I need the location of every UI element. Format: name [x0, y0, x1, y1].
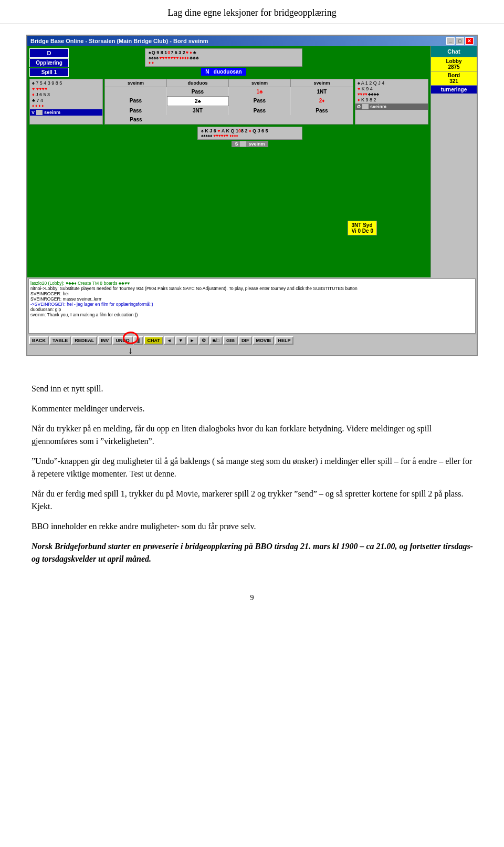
west-hand: ♠ 7 5 4 3 9 8 5 ♥ ♥♥♥♥ ♦ J 6 5 3 ♣ 7 4 ♦…: [29, 79, 103, 125]
east-hand: ♠ A 1 2 Q J 4 ♥ K 9 4 ♥♥♥♥♣♣♣♣ ♦ K 9 8 2…: [355, 79, 428, 125]
page-title: Lag dine egne leksjoner for bridgeopplær…: [0, 0, 504, 24]
bid-header-4: sveinm: [291, 79, 353, 87]
bid-header-3: sveinm: [229, 79, 291, 87]
gib-button[interactable]: GIB: [223, 336, 238, 345]
redeal-button[interactable]: REDEAL: [71, 336, 97, 345]
arrow-annotation: ↓: [27, 346, 477, 355]
help-button[interactable]: HELP: [275, 336, 293, 345]
toolbar: BACK TABLE REDEAL INV UNDO ||| CHAT ◄ ▼ …: [27, 335, 477, 346]
title-text: Lag dine egne leksjoner for bridgeopplær…: [167, 7, 336, 18]
text-content: Send inn et nytt spill. Kommenter meldin…: [0, 372, 504, 583]
bid-pass-7: Pass: [105, 115, 167, 124]
paragraph-1: Send inn et nytt spill.: [32, 383, 475, 395]
paragraph-3: Når du trykker på en melding, får du opp…: [32, 422, 475, 448]
chat-line-3: SVEINROGER: hei: [30, 291, 474, 296]
paragraph-7: Norsk Bridgeforbund starter en prøveseri…: [32, 540, 475, 565]
south-area: ♠ K J 6 ♥ A K Q 108 2 ♦ Q J 6 5 ♠♠♠♠♠ ♥♥…: [71, 127, 428, 147]
bid-pass-5: Pass: [229, 106, 291, 115]
bid-header-2: duoduos: [167, 79, 229, 87]
toolbar-container: BACK TABLE REDEAL INV UNDO ||| CHAT ◄ ▼ …: [27, 335, 477, 346]
chat-line-7: sveinm: Thank you, I am making a film fo…: [30, 312, 474, 317]
bid-3nt: 3NT: [167, 106, 229, 115]
right-panel: Chat Lobby 2875 Bord 321 turneringe: [430, 46, 477, 277]
movie-button[interactable]: MOVIE: [253, 336, 274, 345]
game-board: D Opplæring Spill 1 ♠Q 9 8 107 6 3 2 ♥ ♦…: [27, 46, 430, 277]
north-player-label: N duoduosan: [201, 68, 246, 76]
north-cards: ♠Q 9 8 107 6 3 2 ♥ ♦ ♣ ♠♠♠♠ ♥♥♥♥♥♥♥ ♦♦♦♦…: [145, 48, 302, 67]
chat-line-5: ->SVEINROGER: hei - jeg lager en film fo…: [30, 302, 474, 307]
page-number: 9: [250, 594, 254, 602]
left-arrow-button[interactable]: ◄: [164, 336, 175, 345]
back-button[interactable]: BACK: [29, 336, 49, 345]
opplaering-box: D Opplæring Spill 1: [29, 48, 69, 77]
chat-log: laszlo20 (Lobby): ♥♣♣♦ Create TM 8 board…: [28, 278, 476, 334]
turneringe-box: turneringe: [431, 86, 477, 94]
bid-pass-2: Pass: [105, 96, 167, 106]
window-title: Bridge Base Online - Storsalen (Main Bri…: [30, 38, 208, 44]
chat-toolbar-button[interactable]: CHAT: [144, 336, 163, 345]
d-marker: D: [29, 48, 69, 58]
chat-line-4: SVEINROGER: masse sveiner..lerrr: [30, 296, 474, 302]
bid-2club: 2♣: [167, 96, 229, 106]
bid-pass-1: Pass: [167, 87, 229, 96]
north-area: ♠Q 9 8 107 6 3 2 ♥ ♦ ♣ ♠♠♠♠ ♥♥♥♥♥♥♥ ♦♦♦♦…: [71, 48, 376, 76]
middle-row: ♠ 7 5 4 3 9 8 5 ♥ ♥♥♥♥ ♦ J 6 5 3 ♣ 7 4 ♦…: [29, 79, 428, 125]
lobby-box: Lobby 2875: [431, 57, 477, 71]
bid-header-1: sveinm: [105, 79, 167, 87]
bid-2diamond: 2♦: [291, 96, 353, 106]
iii-button[interactable]: |||: [133, 336, 144, 345]
paragraph-2: Kommenter meldinger underveis.: [32, 402, 475, 415]
close-button[interactable]: ✕: [465, 37, 474, 45]
bid-1club: 1♣: [229, 87, 291, 96]
down-arrow-button[interactable]: ▼: [175, 336, 186, 345]
undo-button[interactable]: UNDO: [112, 336, 133, 345]
bid-pass-6: Pass: [291, 106, 353, 115]
south-cards: ♠ K J 6 ♥ A K Q 108 2 ♦ Q J 6 5 ♠♠♠♠♠ ♥♥…: [197, 127, 302, 140]
table-button[interactable]: TABLE: [49, 336, 71, 345]
window-titlebar: Bridge Base Online - Storsalen (Main Bri…: [27, 36, 477, 46]
chat-line-2: nitnoi->Lobby: Substitute players needed…: [30, 286, 474, 291]
down-arrow-icon: ↓: [128, 346, 133, 355]
minimize-button[interactable]: _: [446, 37, 455, 45]
bid-pass-4: Pass: [105, 106, 167, 115]
paragraph-6: BBO inneholder en rekke andre muligheter…: [32, 520, 475, 533]
bid-1nt: 1NT: [291, 87, 353, 96]
paragraph-5: Når du er ferdig med spill 1, trykker du…: [32, 488, 475, 513]
toggle-button[interactable]: ■/□: [209, 336, 223, 345]
bord-box: Bord 321: [431, 71, 477, 86]
south-player-label: S sveinm: [232, 141, 268, 147]
bbo-screenshot: Bridge Base Online - Storsalen (Main Bri…: [26, 35, 478, 356]
bid-pass-3: Pass: [229, 96, 291, 106]
chat-line-6: duoduosan: glp: [30, 307, 474, 312]
chat-line-1: laszlo20 (Lobby): ♥♣♣♦ Create TM 8 board…: [30, 281, 474, 286]
dif-button[interactable]: DIF: [238, 336, 253, 345]
right-arrow-button[interactable]: ►: [187, 336, 198, 345]
paragraph-4: ”Undo”-knappen gir deg muligheter til å …: [32, 455, 475, 480]
gear-button[interactable]: ⚙: [198, 336, 209, 345]
score-box: 3NT Syd Vi 0 De 0: [348, 221, 377, 235]
bidding-table: sveinm duoduos sveinm sveinm Pass 1♣ 1NT: [104, 79, 353, 125]
maximize-button[interactable]: □: [456, 37, 464, 45]
inv-button[interactable]: INV: [98, 336, 112, 345]
chat-button[interactable]: Chat: [431, 46, 477, 57]
page-footer: 9: [0, 594, 504, 613]
window-controls: _ □ ✕: [446, 37, 474, 45]
